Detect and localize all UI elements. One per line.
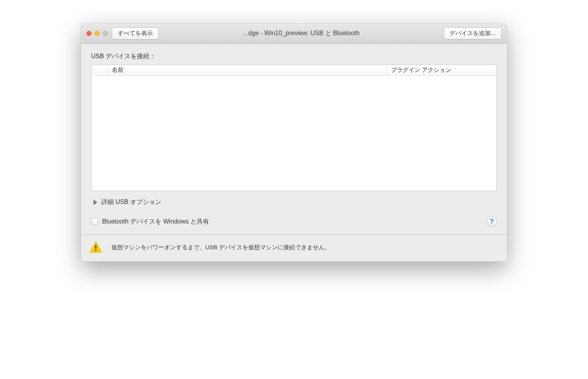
footer-warning-text: 仮想マシンをパワーオンするまで、USB デバイスを仮想マシンに接続できません。 [111,244,330,251]
titlebar: すべてを表示 ...dge - Win10_preview: USB と Blu… [81,23,507,44]
bluetooth-share-label: Bluetooth デバイスを Windows と共有 [102,218,209,226]
advanced-usb-options-disclosure[interactable]: 詳細 USB オプション [91,198,497,206]
help-button[interactable]: ? [487,216,497,227]
table-body-empty [91,76,497,191]
bluetooth-share-row: Bluetooth デバイスを Windows と共有 [91,218,209,226]
add-device-button[interactable]: デバイスを追加... [444,27,502,39]
settings-window: すべてを表示 ...dge - Win10_preview: USB と Blu… [81,23,507,261]
disclosure-triangle-icon [93,200,97,205]
close-window-button[interactable] [86,31,91,36]
table-header: 名前 プラグイン アクション [91,65,497,76]
warning-icon [89,240,103,254]
advanced-usb-options-label: 詳細 USB オプション [101,198,161,206]
footer-warning-bar: 仮想マシンをパワーオンするまで、USB デバイスを仮想マシンに接続できません。 [81,234,507,261]
column-header-plugin-action[interactable]: プラグイン アクション [387,65,497,75]
window-title: ...dge - Win10_preview: USB と Bluetooth [163,29,440,38]
svg-rect-0 [95,245,96,249]
zoom-window-button[interactable] [103,31,108,36]
svg-point-1 [95,250,97,251]
show-all-button[interactable]: すべてを表示 [112,27,159,39]
traffic-lights [86,31,108,36]
table-header-spacer [91,65,108,75]
usb-connect-label: USB デバイスを接続： [91,52,497,61]
minimize-window-button[interactable] [95,31,100,36]
column-header-name[interactable]: 名前 [108,65,387,75]
content-area: USB デバイスを接続： 名前 プラグイン アクション 詳細 USB オプション… [81,44,507,234]
usb-device-table: 名前 プラグイン アクション [91,64,497,191]
bluetooth-share-checkbox[interactable] [91,218,98,225]
